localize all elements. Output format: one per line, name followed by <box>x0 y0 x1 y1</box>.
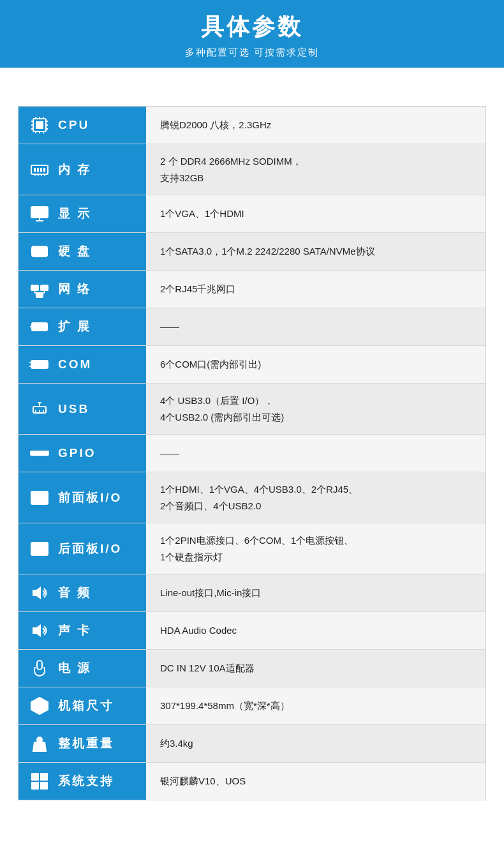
svg-point-28 <box>41 250 45 253</box>
label-cell-soundcard: 声 卡 <box>19 612 146 649</box>
svg-rect-80 <box>31 773 39 781</box>
label-text-power: 电 源 <box>58 660 91 677</box>
row-os: 系统支持 银河麒麟V10、UOS <box>19 763 485 800</box>
label-text-front-io: 前面板I/O <box>58 490 122 506</box>
page-title: 具体参数 <box>6 11 498 43</box>
label-text-network: 网 络 <box>58 281 91 297</box>
svg-rect-30 <box>31 285 38 290</box>
svg-point-26 <box>33 211 36 213</box>
svg-point-45 <box>41 364 43 366</box>
label-cell-display: 显 示 <box>19 195 146 232</box>
label-text-chassis: 机箱尺寸 <box>58 698 114 714</box>
row-soundcard: 声 卡 HDA Audio Codec <box>19 612 485 650</box>
label-text-harddisk: 硬 盘 <box>58 243 91 260</box>
label-text-soundcard: 声 卡 <box>58 622 91 639</box>
svg-rect-14 <box>31 165 48 174</box>
harddisk-icon <box>27 239 52 264</box>
usb-icon <box>27 397 52 421</box>
chassis-icon <box>27 694 52 718</box>
value-text-cpu: 腾锐D2000 八核，2.3GHz <box>160 117 271 133</box>
value-text-weight: 约3.4kg <box>160 735 193 752</box>
label-cell-expand: 扩 展 <box>19 308 146 345</box>
label-cell-rear-io: 后面板I/O <box>19 523 146 574</box>
value-cell-cpu: 腾锐D2000 八核，2.3GHz <box>146 107 485 144</box>
audio-icon <box>27 581 52 605</box>
label-cell-audio: 音 频 <box>19 574 146 611</box>
row-harddisk: 硬 盘 1个SATA3.0，1个M.2 2242/2280 SATA/NVMe协… <box>19 233 485 271</box>
value-cell-memory: 2 个 DDR4 2666MHz SODIMM，支持32GB <box>146 144 485 195</box>
svg-rect-83 <box>40 782 48 790</box>
cpu-icon <box>27 113 52 137</box>
svg-marker-51 <box>38 402 41 405</box>
row-com: COM 6个COM口(需内部引出) <box>19 346 485 384</box>
gpio-icon <box>27 441 52 465</box>
value-cell-front-io: 1个HDMI、1个VGA、4个USB3.0、2个RJ45、2个音频口、4个USB… <box>146 472 485 523</box>
svg-point-46 <box>44 364 46 366</box>
value-text-memory: 2 个 DDR4 2666MHz SODIMM，支持32GB <box>160 153 302 186</box>
page-header: 具体参数 多种配置可选 可按需求定制 <box>0 0 504 68</box>
svg-rect-18 <box>43 168 45 172</box>
svg-rect-67 <box>33 544 38 550</box>
rear-panel-icon <box>27 537 52 561</box>
value-cell-network: 2个RJ45千兆网口 <box>146 271 485 308</box>
svg-rect-82 <box>31 782 39 790</box>
svg-point-56 <box>33 453 35 454</box>
value-text-audio: Line-out接口,Mic-in接口 <box>160 585 261 601</box>
value-text-front-io: 1个HDMI、1个VGA、4个USB3.0、2个RJ45、2个音频口、4个USB… <box>160 481 358 514</box>
label-text-weight: 整机重量 <box>58 735 114 752</box>
power-icon <box>27 656 52 680</box>
value-text-os: 银河麒麟V10、UOS <box>160 773 246 790</box>
label-text-os: 系统支持 <box>58 773 114 790</box>
label-text-expand: 扩 展 <box>58 318 91 335</box>
label-cell-usb: USB <box>19 384 146 434</box>
value-cell-gpio: —— <box>146 435 485 472</box>
row-cpu: CPU 腾锐D2000 八核，2.3GHz <box>19 107 485 144</box>
svg-rect-32 <box>36 293 43 297</box>
label-cell-memory: 内 存 <box>19 144 146 195</box>
os-icon <box>27 769 52 793</box>
value-cell-audio: Line-out接口,Mic-in接口 <box>146 574 485 611</box>
svg-point-44 <box>38 364 40 366</box>
row-memory: 内 存 2 个 DDR4 2666MHz SODIMM，支持32GB <box>19 144 485 195</box>
value-text-com: 6个COM口(需内部引出) <box>160 356 261 373</box>
svg-rect-31 <box>41 285 48 290</box>
com-icon <box>27 352 52 377</box>
label-cell-harddisk: 硬 盘 <box>19 233 146 270</box>
value-text-display: 1个VGA、1个HDMI <box>160 206 244 222</box>
value-text-expand: —— <box>160 318 179 335</box>
label-cell-power: 电 源 <box>19 650 146 687</box>
svg-point-57 <box>36 453 38 454</box>
row-usb: USB 4个 USB3.0（后置 I/O），4个USB2.0 (需内部引出可选) <box>19 384 485 435</box>
memory-icon <box>27 158 52 182</box>
label-text-memory: 内 存 <box>58 161 91 178</box>
value-cell-soundcard: HDA Audio Codec <box>146 612 485 649</box>
svg-rect-73 <box>37 661 42 670</box>
value-cell-os: 银河麒麟V10、UOS <box>146 763 485 800</box>
label-text-rear-io: 后面板I/O <box>58 541 122 557</box>
value-text-power: DC IN 12V 10A适配器 <box>160 660 255 677</box>
label-text-display: 显 示 <box>58 206 91 222</box>
value-cell-com: 6个COM口(需内部引出) <box>146 346 485 383</box>
row-power: 电 源 DC IN 12V 10A适配器 <box>19 650 485 687</box>
display-icon <box>27 202 52 226</box>
row-front-io: 前面板I/O 1个HDMI、1个VGA、4个USB3.0、2个RJ45、2个音频… <box>19 472 485 523</box>
network-icon <box>27 277 52 301</box>
label-cell-os: 系统支持 <box>19 763 146 800</box>
value-cell-chassis: 307*199.4*58mm（宽*深*高） <box>146 687 485 724</box>
value-text-soundcard: HDA Audio Codec <box>160 622 237 639</box>
svg-point-59 <box>43 453 45 454</box>
svg-rect-15 <box>34 168 36 172</box>
value-text-chassis: 307*199.4*58mm（宽*深*高） <box>160 698 290 714</box>
row-weight: 整机重量 约3.4kg <box>19 725 485 763</box>
label-cell-front-io: 前面板I/O <box>19 472 146 523</box>
value-text-harddisk: 1个SATA3.0，1个M.2 2242/2280 SATA/NVMe协议 <box>160 243 375 260</box>
svg-marker-71 <box>33 587 41 599</box>
value-text-usb: 4个 USB3.0（后置 I/O），4个USB2.0 (需内部引出可选) <box>160 393 284 425</box>
svg-rect-62 <box>33 493 38 498</box>
label-cell-cpu: CPU <box>19 107 146 144</box>
svg-point-43 <box>34 364 36 366</box>
value-cell-expand: —— <box>146 308 485 345</box>
row-rear-io: 后面板I/O 1个2PIN电源接口、6个COM、1个电源按钮、1个硬盘指示灯 <box>19 523 485 574</box>
value-cell-power: DC IN 12V 10A适配器 <box>146 650 485 687</box>
value-cell-harddisk: 1个SATA3.0，1个M.2 2242/2280 SATA/NVMe协议 <box>146 233 485 270</box>
